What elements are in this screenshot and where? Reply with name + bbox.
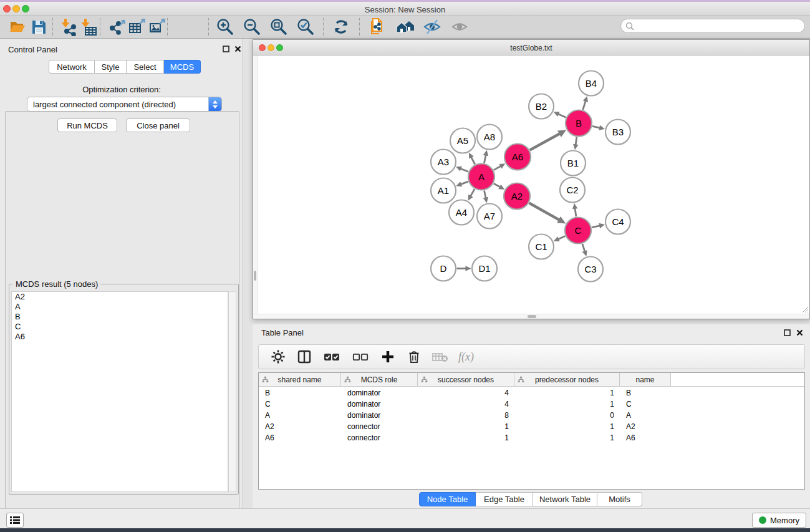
graph-edge[interactable] <box>575 208 576 216</box>
tab-motifs[interactable]: Motifs <box>597 492 642 506</box>
table-cell[interactable]: A2 <box>259 422 341 432</box>
graph-edge[interactable] <box>484 154 486 163</box>
table-row[interactable]: A2connector11A2 <box>259 422 804 432</box>
task-history-button[interactable] <box>6 513 24 528</box>
table-cell[interactable]: 1 <box>514 422 620 432</box>
graph-edge[interactable] <box>470 189 475 197</box>
show-graphics-button[interactable] <box>449 16 470 37</box>
table-cell[interactable]: 0 <box>514 410 620 420</box>
table-cell[interactable]: A <box>259 410 341 420</box>
table-cell[interactable]: 1 <box>514 399 620 409</box>
table-cell[interactable]: A6 <box>259 433 341 443</box>
close-panel-button[interactable]: Close panel <box>126 118 190 132</box>
refresh-button[interactable] <box>330 16 352 37</box>
table-row[interactable]: Cdominator41C <box>259 399 804 409</box>
table-cell[interactable]: 4 <box>418 388 514 398</box>
graph-edge[interactable] <box>529 203 560 221</box>
tab-node-table[interactable]: Node Table <box>419 492 476 506</box>
mcds-result-item[interactable]: B <box>12 312 228 322</box>
table-cell[interactable]: A2 <box>620 422 671 432</box>
select-all-button[interactable] <box>322 349 341 365</box>
graph-edge[interactable] <box>460 181 468 185</box>
graph-edge[interactable] <box>557 114 566 117</box>
table-cell[interactable]: dominator <box>341 388 418 398</box>
graph-edge[interactable] <box>471 157 475 165</box>
delete-table-button[interactable] <box>432 349 448 365</box>
mcds-result-scrollbar[interactable] <box>228 291 236 492</box>
close-table-panel-icon[interactable] <box>796 329 804 337</box>
table-row[interactable]: Bdominator41B <box>259 388 804 398</box>
function-builder-button[interactable]: f(x) <box>458 349 474 365</box>
network-horizontal-scrollbar[interactable] <box>253 314 809 319</box>
save-session-button[interactable] <box>28 16 49 37</box>
import-network-button[interactable] <box>58 16 79 37</box>
graph-edge[interactable] <box>530 133 561 150</box>
network-vertical-scrollbar[interactable] <box>253 56 258 314</box>
graph-edge[interactable] <box>557 236 565 239</box>
zoom-out-button[interactable] <box>241 16 263 37</box>
run-mcds-button[interactable]: Run MCDS <box>57 118 117 132</box>
import-table-button[interactable] <box>78 16 99 37</box>
show-columns-button[interactable] <box>296 349 312 365</box>
column-header[interactable]: successor nodes <box>418 373 514 386</box>
column-header[interactable]: MCDS role <box>341 373 418 386</box>
tab-select[interactable]: Select <box>127 60 164 74</box>
table-cell[interactable]: A <box>620 410 671 420</box>
graph-edge[interactable] <box>583 100 586 110</box>
graph-edge[interactable] <box>494 166 501 170</box>
add-column-button[interactable] <box>380 349 396 365</box>
column-header[interactable]: name <box>620 373 671 386</box>
table-cell[interactable]: 1 <box>514 433 620 443</box>
tab-style[interactable]: Style <box>95 60 127 74</box>
mcds-result-item[interactable]: C <box>12 322 228 332</box>
table-cell[interactable]: A6 <box>620 433 671 443</box>
table-cell[interactable]: B <box>259 388 341 398</box>
table-cell[interactable]: C <box>620 399 671 409</box>
graph-edge[interactable] <box>592 226 600 228</box>
table-cell[interactable]: 8 <box>418 410 514 420</box>
graph-edge[interactable] <box>460 168 469 172</box>
table-row[interactable]: Adominator80A <box>259 410 804 420</box>
delete-column-button[interactable] <box>406 349 422 365</box>
table-cell[interactable]: 1 <box>514 388 620 398</box>
table-cell[interactable]: B <box>620 388 671 398</box>
tab-mcds[interactable]: MCDS <box>164 60 201 74</box>
export-network-button[interactable] <box>107 16 128 37</box>
table-cell[interactable]: 1 <box>418 433 514 443</box>
table-cell[interactable]: C <box>259 399 341 409</box>
tab-edge-table[interactable]: Edge Table <box>476 492 533 506</box>
tab-network[interactable]: Network <box>49 60 95 74</box>
table-settings-button[interactable] <box>270 349 286 365</box>
export-image-button[interactable] <box>147 16 168 37</box>
table-cell[interactable]: connector <box>341 422 418 432</box>
tab-network-table[interactable]: Network Table <box>533 492 597 506</box>
table-cell[interactable]: 4 <box>418 399 514 409</box>
resize-grip-icon[interactable] <box>801 306 809 313</box>
zoom-fit-button[interactable] <box>268 16 289 37</box>
table-cell[interactable]: dominator <box>341 399 418 409</box>
table-row[interactable]: A6connector11A6 <box>259 433 804 443</box>
duplicate-network-button[interactable] <box>367 16 388 37</box>
mcds-result-item[interactable]: A2 <box>12 292 228 302</box>
graph-edge[interactable] <box>582 244 585 252</box>
graph-edge[interactable] <box>592 126 600 128</box>
mcds-result-item[interactable]: A6 <box>12 332 228 342</box>
search-input[interactable] <box>620 19 805 33</box>
table-cell[interactable]: connector <box>341 433 418 443</box>
zoom-in-button[interactable] <box>215 16 236 37</box>
column-header[interactable]: predecessor nodes <box>514 373 620 386</box>
hide-graphics-button[interactable] <box>422 16 443 37</box>
criterion-dropdown[interactable]: largest connected component (directed) <box>27 97 222 112</box>
mcds-result-item[interactable]: A <box>12 302 228 312</box>
memory-button[interactable]: Memory <box>752 513 806 528</box>
unselect-all-button[interactable] <box>351 349 370 365</box>
table-cell[interactable]: dominator <box>341 410 418 420</box>
table-cell[interactable]: 1 <box>418 422 514 432</box>
home-layout-button[interactable] <box>395 16 416 37</box>
open-session-button[interactable] <box>7 16 28 37</box>
export-table-button[interactable] <box>127 16 148 37</box>
zoom-selected-button[interactable] <box>295 16 316 37</box>
float-table-panel-icon[interactable] <box>783 329 791 337</box>
close-panel-icon[interactable] <box>234 45 242 53</box>
column-header[interactable]: shared name <box>259 373 341 386</box>
